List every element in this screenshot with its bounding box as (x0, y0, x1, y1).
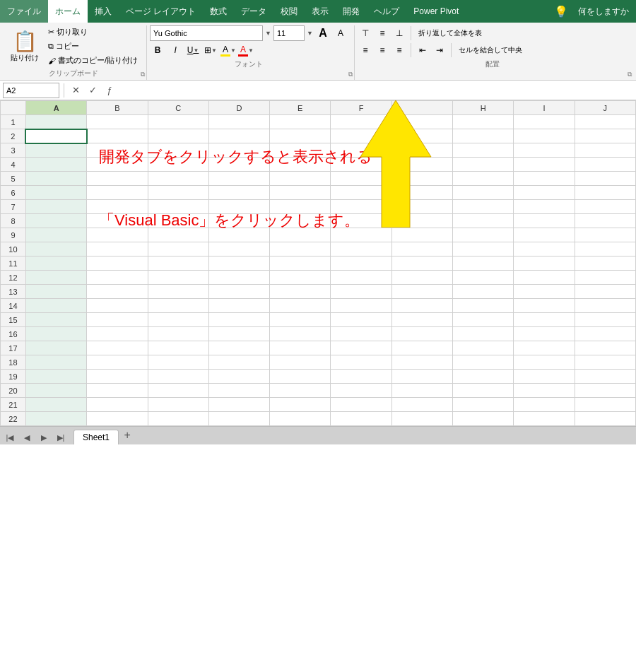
cell-H11[interactable] (453, 257, 514, 271)
cell-C15[interactable] (148, 313, 208, 327)
cell-D22[interactable] (208, 412, 269, 426)
menu-home[interactable]: ホーム (48, 0, 88, 23)
cell-J11[interactable] (575, 257, 635, 271)
col-header-g[interactable] (391, 101, 452, 115)
cell-B5[interactable] (87, 172, 148, 186)
col-header-c[interactable]: C (148, 101, 208, 115)
cell-A5[interactable] (25, 172, 86, 186)
cell-D13[interactable] (208, 285, 269, 299)
cell-I13[interactable] (514, 285, 575, 299)
wrap-text-button[interactable]: 折り返して全体を表 (415, 25, 485, 41)
cell-E9[interactable] (270, 228, 331, 242)
cell-G15[interactable] (391, 313, 452, 327)
col-header-a[interactable]: A (25, 101, 86, 115)
col-header-d[interactable]: D (208, 101, 269, 115)
cell-E1[interactable] (270, 115, 331, 129)
cell-E10[interactable] (270, 242, 331, 257)
cell-J4[interactable] (575, 158, 635, 172)
cell-E15[interactable] (270, 313, 331, 327)
cell-H5[interactable] (453, 172, 514, 186)
cell-J22[interactable] (575, 412, 635, 426)
cell-F7[interactable] (331, 200, 391, 214)
cell-J13[interactable] (575, 285, 635, 299)
cell-G10[interactable] (391, 242, 452, 257)
cell-E2[interactable] (270, 129, 331, 143)
cell-G16[interactable] (391, 327, 452, 341)
indent-increase-button[interactable]: ⇥ (432, 42, 447, 58)
clipboard-expand-icon[interactable]: ⧉ (141, 71, 145, 78)
align-bottom-button[interactable]: ⊥ (391, 25, 407, 41)
font-expand-icon[interactable]: ⧉ (348, 71, 353, 78)
cell-B18[interactable] (87, 355, 148, 370)
cell-B13[interactable] (87, 285, 148, 299)
cell-B16[interactable] (87, 327, 148, 341)
cell-E7[interactable] (270, 200, 331, 214)
cell-H3[interactable] (453, 143, 514, 158)
cell-C9[interactable] (148, 228, 208, 242)
col-header-e[interactable]: E (270, 101, 331, 115)
cell-G13[interactable] (391, 285, 452, 299)
cell-C13[interactable] (148, 285, 208, 299)
cell-I22[interactable] (514, 412, 575, 426)
menu-help[interactable]: ヘルプ (367, 0, 406, 23)
font-name-dropdown[interactable]: ▼ (265, 30, 271, 37)
col-header-i[interactable]: I (514, 101, 575, 115)
cell-I16[interactable] (514, 327, 575, 341)
cell-C6[interactable] (148, 186, 208, 200)
align-left-button[interactable]: ≡ (358, 42, 373, 58)
cell-G2[interactable] (391, 129, 452, 143)
cell-H15[interactable] (453, 313, 514, 327)
cell-C7[interactable] (148, 200, 208, 214)
font-size-input[interactable] (273, 25, 305, 41)
cancel-formula-button[interactable]: ✕ (69, 83, 83, 98)
cell-J8[interactable] (575, 214, 635, 228)
shrink-font-button[interactable]: A (333, 25, 348, 41)
cell-A13[interactable] (25, 285, 86, 299)
cell-D20[interactable] (208, 384, 269, 398)
format-copy-button[interactable]: 🖌 書式のコピー/貼り付け (45, 54, 141, 67)
cell-D11[interactable] (208, 257, 269, 271)
cell-G9[interactable] (391, 228, 452, 242)
cell-E11[interactable] (270, 257, 331, 271)
cell-I11[interactable] (514, 257, 575, 271)
cell-C19[interactable] (148, 370, 208, 384)
cell-F13[interactable] (331, 285, 391, 299)
cell-D1[interactable] (208, 115, 269, 129)
cell-C4[interactable] (148, 158, 208, 172)
menu-formulas[interactable]: 数式 (203, 0, 234, 23)
cut-button[interactable]: ✂ 切り取り (45, 25, 141, 39)
cell-I20[interactable] (514, 384, 575, 398)
cell-B9[interactable] (87, 228, 148, 242)
cell-D21[interactable] (208, 398, 269, 412)
cell-D19[interactable] (208, 370, 269, 384)
cell-B7[interactable] (87, 200, 148, 214)
cell-F1[interactable] (331, 115, 391, 129)
cell-F18[interactable] (331, 355, 391, 370)
cell-J16[interactable] (575, 327, 635, 341)
cell-F2[interactable] (331, 129, 391, 143)
cell-I1[interactable] (514, 115, 575, 129)
cell-A3[interactable] (25, 143, 86, 158)
cell-D2[interactable] (208, 129, 269, 143)
underline-button[interactable]: U ▼ (185, 42, 201, 58)
cell-F14[interactable] (331, 299, 391, 313)
cell-G5[interactable] (391, 172, 452, 186)
underline-dropdown[interactable]: ▼ (193, 47, 199, 54)
cell-E21[interactable] (270, 398, 331, 412)
cell-H21[interactable] (453, 398, 514, 412)
cell-F20[interactable] (331, 384, 391, 398)
last-sheet-button[interactable]: ▶| (54, 430, 68, 444)
cell-C22[interactable] (148, 412, 208, 426)
menu-data[interactable]: データ (234, 0, 273, 23)
cell-J19[interactable] (575, 370, 635, 384)
cell-G7[interactable] (391, 200, 452, 214)
formula-input[interactable] (119, 83, 633, 98)
border-button[interactable]: ⊞▼ (203, 42, 218, 58)
fill-dropdown[interactable]: ▼ (230, 47, 236, 54)
cell-G4[interactable] (391, 158, 452, 172)
cell-G14[interactable] (391, 299, 452, 313)
cell-reference-box[interactable]: A2 (3, 83, 59, 98)
first-sheet-button[interactable]: |◀ (3, 430, 17, 444)
cell-F6[interactable] (331, 186, 391, 200)
cell-I14[interactable] (514, 299, 575, 313)
